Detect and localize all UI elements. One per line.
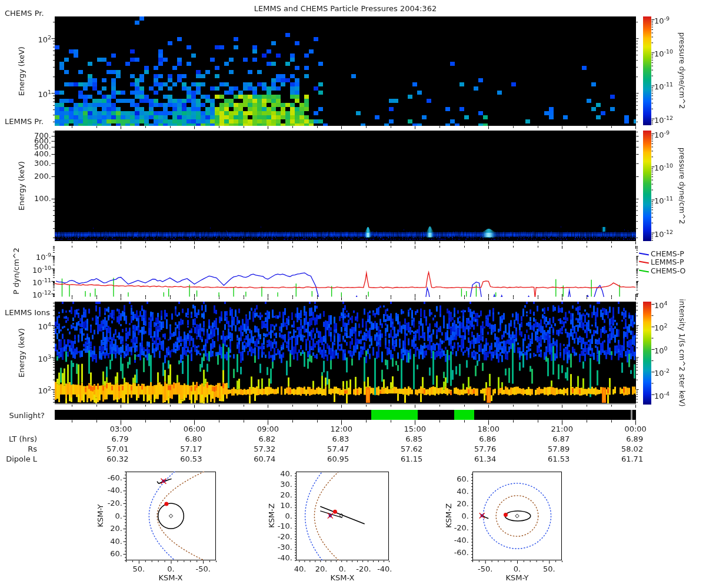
lemms-ions-spectrogram <box>55 302 636 405</box>
ephemeris-value: 57.62 <box>387 445 422 453</box>
ephemeris-value: 6.83 <box>314 435 349 443</box>
pressure-colorbar-tick-label: 10-11 <box>654 80 690 91</box>
orbit-xtick-label: -50. <box>471 564 500 573</box>
intensity-colorbar-tick-label: 10-2 <box>654 366 690 377</box>
lemms-pressure-spectrogram <box>55 131 636 241</box>
orbit-ytick-label: 0. <box>94 512 122 520</box>
ephemeris-value: 57.17 <box>166 445 202 453</box>
orbit-ytick-label: 10. <box>264 501 292 510</box>
chems-pressure-spectrogram <box>55 16 636 126</box>
orbit-xtick-label: -50. <box>188 564 218 573</box>
page-title: LEMMS and CHEMS Particle Pressures 2004:… <box>55 4 636 13</box>
orbit-ytick-label: 60. <box>94 549 122 558</box>
legend-label-chems-p: CHEMS-P <box>651 249 684 258</box>
orbit-ytick-label: -30. <box>264 543 292 552</box>
pressure-colorbar-tick-label: 10-12 <box>654 113 690 125</box>
orbit-ytick-label: 20. <box>264 490 292 499</box>
orbit-ytick-label: -40. <box>264 553 292 562</box>
pressure-colorbar-tick-label: 10-12 <box>654 228 690 239</box>
intensity-colorbar <box>643 302 651 405</box>
ions-ytick-label: 103 <box>22 352 51 363</box>
pressure-ytick-label: 10-12 <box>22 288 51 299</box>
pressure-line-plot <box>55 246 636 297</box>
lemms-ytick-label: 200. <box>22 172 51 181</box>
orbit-ytick-label: 60. <box>440 475 469 483</box>
ephemeris-value: 60.32 <box>93 455 128 463</box>
ephemeris-value: 60.95 <box>314 455 349 463</box>
orbit-ytick-label: -20. <box>264 532 292 541</box>
ephemeris-value: 60.53 <box>166 455 202 463</box>
ephemeris-value: 57.47 <box>314 445 349 453</box>
pressure-ytick-label: 10-11 <box>22 276 51 287</box>
row-label-dipole: Dipole L <box>0 455 37 463</box>
ephemeris-value: 6.85 <box>387 435 422 443</box>
ephemeris-value: 61.71 <box>608 455 643 463</box>
pressure-colorbar-tick-label: 10-9 <box>654 128 690 139</box>
sunlight-bar <box>55 410 636 420</box>
sunlight-segment <box>371 410 418 420</box>
lemms-ytick-label: 300. <box>22 159 51 168</box>
orbit-ytick-label: -20. <box>440 523 469 532</box>
ephemeris-value: 6.87 <box>534 435 570 443</box>
pressure-colorbar-title-mid: pressure dyne/cm^2 <box>678 148 687 225</box>
pressure-colorbar-title-top: pressure dyne/cm^2 <box>678 32 687 109</box>
chems-panel-label: CHEMS Pr. <box>5 9 44 18</box>
orbit-ytick-label: -20. <box>94 499 122 507</box>
ephemeris-value: 57.32 <box>240 445 275 453</box>
row-label-lt: LT (hrs) <box>0 435 37 443</box>
sunlight-label: Sunlight? <box>0 411 45 420</box>
ephemeris-value: 57.89 <box>534 445 570 453</box>
orbit-ytick-label: -60. <box>94 473 122 482</box>
ephemeris-value: 6.82 <box>240 435 275 443</box>
time-tick-label: 09:00 <box>249 425 287 433</box>
lemms-panel-label: LEMMS Pr. <box>5 117 44 126</box>
orbit-ytick-label: 40. <box>94 537 122 546</box>
pressure-y-axis-title: P dyn/cm^2 <box>12 248 21 295</box>
ions-panel-label: LEMMS Ions <box>5 308 50 317</box>
orbit-ytick-label: -60. <box>440 548 469 557</box>
ephemeris-value: 6.80 <box>166 435 202 443</box>
pressure-colorbar-tick-label: 10-10 <box>654 161 690 172</box>
intensity-colorbar-tick-label: 100 <box>654 344 690 355</box>
time-tick-label: 15:00 <box>396 425 434 433</box>
time-tick-label: 21:00 <box>543 425 581 433</box>
orbit-xtick-label: 50. <box>124 564 154 573</box>
intensity-colorbar-tick-label: 102 <box>654 321 690 332</box>
ephemeris-value: 6.89 <box>608 435 643 443</box>
orbit2-x-axis-title: KSM-X <box>319 573 366 582</box>
orbit-ytick-label: 40. <box>264 469 292 478</box>
lemms-ytick-label: 400. <box>22 149 51 158</box>
orbit-ytick-label: -10. <box>264 522 292 530</box>
orbit3-x-axis-title: KSM-Y <box>494 573 541 582</box>
plot-page: LEMMS and CHEMS Particle Pressures 2004:… <box>0 0 706 588</box>
pressure-colorbar-tick-label: 10-10 <box>654 47 690 58</box>
sunlight-segment <box>454 410 475 420</box>
orbit-ytick-label: 30. <box>264 480 292 489</box>
lemms-ytick-label: 100. <box>22 194 51 203</box>
pressure-colorbar-tick-label: 10-11 <box>654 194 690 205</box>
orbit-xtick-label: -40. <box>370 564 399 573</box>
ephemeris-value: 57.76 <box>461 445 496 453</box>
orbit-ytick-label: -40. <box>94 486 122 495</box>
row-label-rs: Rs <box>0 445 37 453</box>
orbit-ytick-label: 20. <box>440 499 469 508</box>
pressure-ytick-label: 10-9 <box>22 250 51 262</box>
intensity-colorbar-tick-label: 10-4 <box>654 389 690 400</box>
ions-ytick-label: 104 <box>22 320 51 331</box>
ions-ytick-label: 102 <box>22 384 51 395</box>
legend-label-lemms-p: LEMMS-P <box>651 258 684 266</box>
lemms-y-axis-title: Energy (keV) <box>17 161 26 211</box>
pressure-colorbar-mid <box>643 131 651 241</box>
orbit-xtick-label: 0. <box>156 564 186 573</box>
orbit-ytick-label: 0. <box>264 512 292 520</box>
ephemeris-value: 60.74 <box>240 455 275 463</box>
ephemeris-value: 58.02 <box>608 445 643 453</box>
ephemeris-value: 57.01 <box>93 445 128 453</box>
pressure-ytick-label: 10-10 <box>22 263 51 275</box>
intensity-colorbar-tick-label: 104 <box>654 299 690 310</box>
time-tick-label: 06:00 <box>175 425 213 433</box>
ephemeris-value: 6.86 <box>461 435 496 443</box>
time-tick-label: 18:00 <box>469 425 507 433</box>
chems-ytick-label: 102 <box>22 33 51 44</box>
orbit-ytick-label: -40. <box>440 536 469 544</box>
